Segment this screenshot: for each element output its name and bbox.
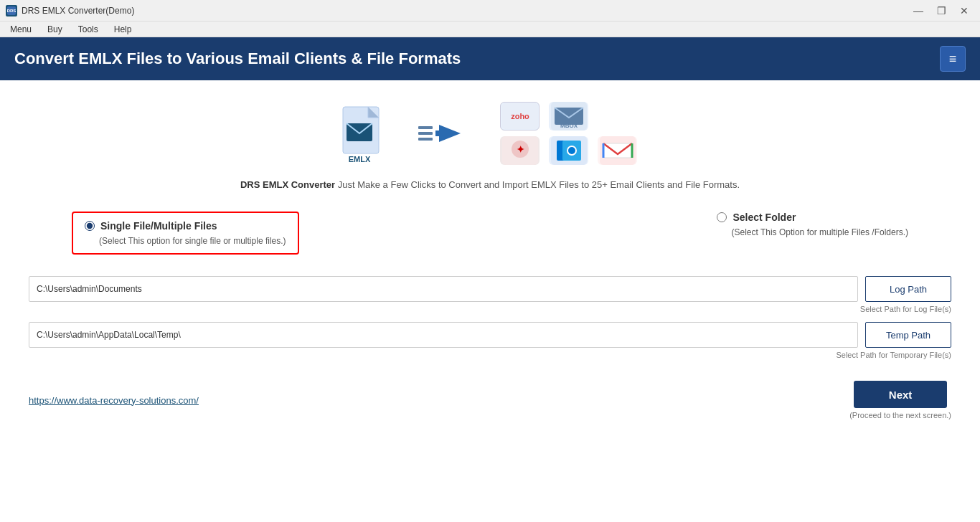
svg-text:zoho: zoho [511, 112, 529, 120]
description-body: Just Make a Few Clicks to Convert and Im… [335, 179, 740, 190]
menu-bar: Menu Buy Tools Help [0, 22, 980, 37]
brand-name: DRS EMLX Converter [240, 179, 335, 190]
svg-text:MBOX: MBOX [560, 123, 578, 129]
app-title: DRS EMLX Converter(Demo) [22, 6, 134, 16]
svg-rect-9 [435, 130, 450, 136]
window-controls: — ❐ ✕ [908, 4, 974, 18]
buy-menu-item[interactable]: Buy [40, 23, 70, 36]
zoho-icon: zoho [500, 102, 540, 130]
target-format-icons: zoho MBOX ✦ [500, 102, 641, 165]
log-path-button[interactable]: Log Path [865, 276, 951, 302]
svg-point-22 [568, 147, 575, 154]
emlx-file-icon: EMLX [339, 103, 390, 164]
next-hint: (Proceed to the next screen.) [849, 411, 951, 419]
title-bar-left: DRS DRS EMLX Converter(Demo) [6, 5, 134, 16]
temp-path-button[interactable]: Temp Path [865, 322, 951, 348]
tools-menu-item[interactable]: Tools [71, 23, 105, 36]
bottom-row: https://www.data-recovery-solutions.com/… [29, 381, 951, 419]
select-folder-label-row: Select Folder [717, 212, 908, 223]
select-folder-radio[interactable] [717, 212, 727, 222]
pdf-icon: ✦ [500, 136, 540, 165]
app-icon: DRS [6, 5, 17, 16]
select-folder-label: Select Folder [732, 212, 796, 223]
menu-menu-item[interactable]: Menu [3, 23, 39, 36]
icon-section: EMLX zoho [29, 80, 951, 179]
header-banner: Convert EMLX Files to Various Email Clie… [0, 37, 980, 80]
log-path-input[interactable] [29, 276, 858, 302]
svg-text:EMLX: EMLX [349, 155, 371, 163]
temp-path-input[interactable] [29, 322, 858, 348]
log-path-row: Log Path [29, 276, 951, 302]
single-file-option[interactable]: Single File/Multiple Files (Select This … [72, 212, 299, 255]
mbox-icon: MBOX [549, 102, 588, 130]
log-path-hint: Select Path for Log File(s) [29, 305, 951, 313]
description-text: DRS EMLX Converter Just Make a Few Click… [29, 179, 951, 190]
single-file-desc: (Select This option for single file or m… [85, 236, 286, 246]
gmail-icon [598, 136, 637, 165]
website-link[interactable]: https://www.data-recovery-solutions.com/ [29, 395, 199, 406]
temp-path-row: Temp Path [29, 322, 951, 348]
next-section: Next (Proceed to the next screen.) [849, 381, 951, 419]
single-file-radio[interactable] [85, 221, 95, 231]
close-button[interactable]: ✕ [954, 4, 974, 18]
header-menu-button[interactable]: ≡ [940, 46, 966, 72]
conversion-arrow [418, 119, 471, 148]
selection-row: Single File/Multiple Files (Select This … [29, 212, 951, 255]
main-content: EMLX zoho [0, 80, 980, 522]
single-file-label: Single File/Multiple Files [100, 220, 217, 232]
minimize-button[interactable]: — [908, 4, 928, 18]
select-folder-option[interactable]: Select Folder (Select This Option for mu… [717, 212, 908, 237]
select-folder-desc: (Select This Option for multiple Files /… [717, 227, 908, 237]
next-button[interactable]: Next [854, 381, 947, 408]
svg-text:DRS: DRS [7, 9, 17, 13]
title-bar: DRS DRS EMLX Converter(Demo) — ❐ ✕ [0, 0, 980, 22]
help-menu-item[interactable]: Help [107, 23, 139, 36]
temp-path-hint: Select Path for Temporary File(s) [29, 351, 951, 359]
single-file-label-row: Single File/Multiple Files [85, 220, 286, 232]
page-title: Convert EMLX Files to Various Email Clie… [14, 49, 461, 68]
outlook-icon [549, 136, 588, 165]
maximize-button[interactable]: ❐ [931, 4, 951, 18]
empty-slot [598, 102, 637, 130]
svg-text:✦: ✦ [516, 144, 524, 155]
